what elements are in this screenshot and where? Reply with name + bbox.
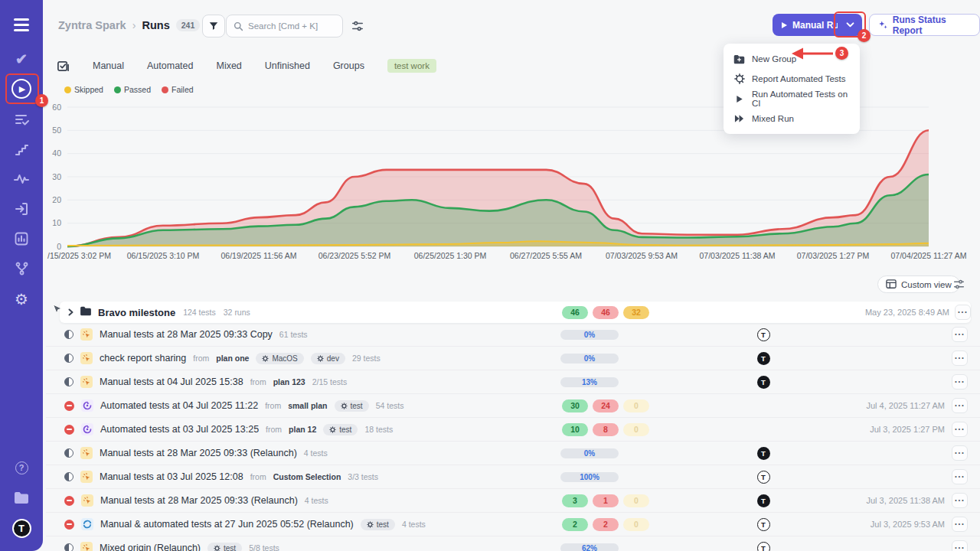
group-date: May 23, 2025 8:49 AM	[865, 308, 949, 317]
run-row-left: Manual tests at 04 Jul 2025 15:38frompla…	[64, 376, 347, 388]
svg-text:06/15/2025 3:10 PM: 06/15/2025 3:10 PM	[127, 251, 200, 260]
search-box[interactable]	[226, 15, 343, 37]
menu-item-report-automated-tests[interactable]: Report Automated Tests	[724, 69, 860, 89]
group-row-bravo-milestone[interactable]: Bravo milestone124 tests32 runs464632May…	[60, 302, 971, 323]
assignee-avatar[interactable]: T	[756, 471, 770, 484]
manual-run-icon	[80, 471, 93, 483]
shared-steps-icon[interactable]	[0, 142, 43, 156]
failed-count-badge: 8	[593, 423, 619, 436]
gear-icon	[317, 355, 324, 362]
tab-mixed[interactable]: Mixed	[216, 60, 241, 71]
settings-gear-icon[interactable]: ⚙	[0, 292, 43, 307]
assignee-avatar[interactable]: T	[756, 376, 770, 389]
play-icon	[733, 95, 745, 103]
tab-groups[interactable]: Groups	[333, 60, 364, 71]
assignee-avatar[interactable]: T	[756, 328, 770, 341]
status-in-progress-icon	[64, 448, 74, 458]
row-more-button[interactable]: ···	[952, 422, 968, 437]
manual-run-label: Manual Run	[792, 20, 844, 31]
gear-icon	[341, 403, 348, 409]
analytics-icon[interactable]	[0, 232, 43, 246]
environment-badge-label: test	[224, 544, 236, 551]
failed-count-badge: 1	[593, 494, 619, 507]
progress-bar: 62%	[560, 543, 619, 551]
tab-unfinished[interactable]: Unfinished	[265, 60, 310, 71]
search-input[interactable]	[248, 21, 332, 31]
run-row[interactable]: Manual tests at 03 Jul 2025 12:08fromCus…	[46, 465, 980, 489]
menu-item-label: Run Automated Tests on CI	[752, 90, 850, 108]
run-row[interactable]: Automated tests at 03 Jul 2025 13:25from…	[46, 418, 980, 442]
tab-manual[interactable]: Manual	[93, 60, 124, 71]
run-row[interactable]: Mixed origin (Relaunch)test5/8 tests62%T…	[46, 536, 980, 551]
svg-text:/15/2025 3:02 PM: /15/2025 3:02 PM	[47, 251, 111, 260]
row-more-button[interactable]: ···	[952, 398, 968, 413]
group-result-counts: 464632	[562, 306, 649, 319]
failed-count-badge: 24	[593, 399, 619, 412]
progress-bar: 13%	[560, 377, 619, 387]
activity-pulse-icon[interactable]	[0, 172, 43, 186]
assignee-avatar[interactable]: T	[756, 447, 770, 460]
runs-status-report-button[interactable]: Runs Status Report	[869, 14, 980, 36]
row-more-button[interactable]: ···	[952, 469, 968, 484]
search-icon	[234, 21, 243, 31]
row-more-button[interactable]: ···	[952, 517, 968, 532]
filter-button[interactable]	[202, 15, 225, 37]
run-row[interactable]: Manual & automated tests at 27 Jun 2025 …	[46, 513, 980, 536]
run-row[interactable]: check report sharingfromplan oneMacOSdev…	[46, 347, 980, 370]
run-row[interactable]: Manual tests at 28 Mar 2025 09:33 (Relau…	[46, 489, 980, 513]
environment-badge-label: test	[377, 520, 389, 529]
folder-plus-icon	[733, 54, 745, 64]
passed-count-badge: 46	[562, 306, 588, 319]
assignee-avatar[interactable]: T	[756, 494, 770, 507]
import-icon[interactable]	[0, 202, 43, 216]
run-row[interactable]: Automated tests at 04 Jul 2025 11:22from…	[46, 394, 980, 418]
help-icon[interactable]: ?	[0, 461, 43, 474]
legend-failed: Failed	[162, 85, 194, 94]
svg-text:10: 10	[52, 218, 61, 227]
test-cases-icon[interactable]: ✔	[0, 50, 43, 68]
tag-filter-pill[interactable]: test work	[387, 59, 436, 73]
custom-view-button[interactable]: Custom view	[877, 276, 960, 293]
group-more-button[interactable]: ···	[955, 305, 971, 320]
select-runs-icon[interactable]	[57, 60, 70, 73]
progress-label: 0%	[560, 448, 619, 458]
row-more-button[interactable]: ···	[952, 327, 968, 342]
run-row-left: check report sharingfromplan oneMacOSdev…	[64, 352, 381, 364]
row-more-button[interactable]: ···	[952, 493, 968, 508]
user-avatar[interactable]: T	[0, 517, 43, 539]
assignee-avatar[interactable]: T	[756, 518, 770, 531]
tab-automated[interactable]: Automated	[147, 60, 193, 71]
run-date: Jul 4, 2025 11:27 AM	[866, 401, 945, 410]
row-more-button[interactable]: ···	[952, 540, 968, 551]
from-plan-name: plan 12	[289, 425, 316, 434]
adjustments-icon[interactable]	[351, 20, 364, 35]
from-label: from	[266, 425, 282, 434]
row-more-button[interactable]: ···	[952, 374, 968, 390]
table-icon	[886, 279, 897, 289]
traceability-icon[interactable]	[0, 262, 43, 276]
run-row[interactable]: Manual tests at 04 Jul 2025 15:38frompla…	[46, 370, 980, 394]
annotation-badge-1: 1	[35, 94, 48, 107]
passed-count-badge: 30	[562, 399, 588, 412]
svg-text:50: 50	[52, 126, 61, 135]
row-more-button[interactable]: ···	[952, 350, 968, 366]
menu-item-mixed-run[interactable]: Mixed Run	[724, 109, 860, 129]
run-row[interactable]: Manual tests at 28 Mar 2025 09:33 (Relau…	[46, 442, 980, 465]
from-plan-name: small plan	[288, 401, 327, 410]
breadcrumb-project[interactable]: Zyntra Spark	[58, 19, 126, 31]
results-icon[interactable]	[0, 112, 43, 126]
avatar-initial: T	[12, 519, 31, 538]
projects-folder-icon[interactable]	[0, 491, 43, 504]
view-settings-icon[interactable]	[953, 279, 965, 293]
fast-forward-icon	[733, 115, 745, 122]
chevron-right-icon[interactable]	[67, 308, 74, 316]
row-more-button[interactable]: ···	[952, 445, 968, 461]
legend-skipped: Skipped	[64, 85, 103, 94]
assignee-avatar[interactable]: T	[756, 352, 770, 365]
assignee-avatar[interactable]: T	[756, 542, 770, 551]
chevron-down-icon	[846, 22, 854, 28]
status-in-progress-icon	[64, 472, 74, 481]
menu-icon[interactable]	[0, 15, 43, 34]
run-row[interactable]: Manual tests at 28 Mar 2025 09:33 Copy61…	[46, 323, 980, 347]
menu-item-run-automated-tests-ci[interactable]: Run Automated Tests on CI	[724, 89, 860, 109]
